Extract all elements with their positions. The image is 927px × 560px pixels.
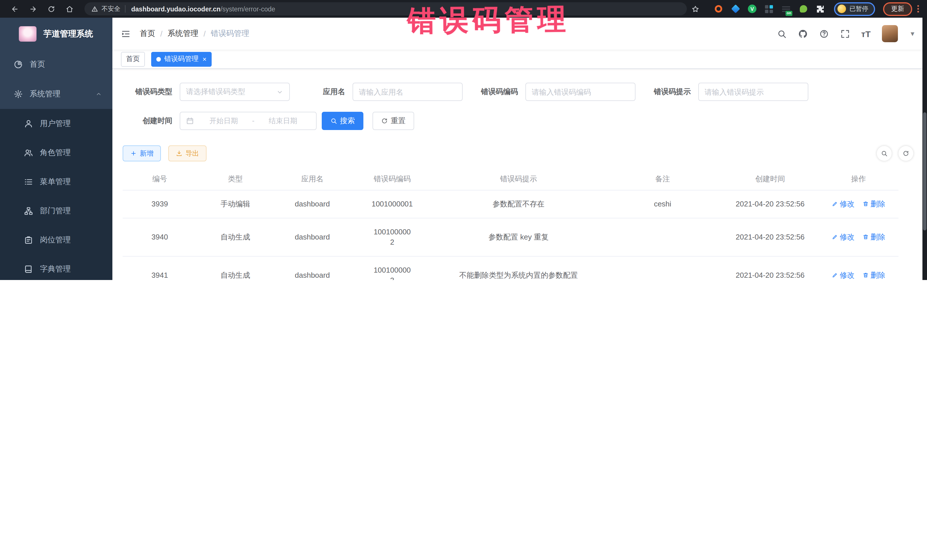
- back-icon[interactable]: [11, 5, 19, 13]
- book-icon: [24, 264, 33, 273]
- col-memo: 备注: [603, 168, 722, 190]
- main-area: 首页 / 系统管理 / 错误码管理 ᴛT ▼ 首页 错误码管理×: [112, 18, 922, 280]
- tab-close-icon[interactable]: ×: [202, 56, 207, 62]
- github-icon[interactable]: [798, 29, 807, 38]
- search-icon: [330, 117, 337, 124]
- user-avatar[interactable]: [882, 25, 898, 42]
- delete-link[interactable]: 删除: [863, 233, 885, 241]
- row-app: dashboard: [274, 190, 351, 218]
- table-header-row: 编号 类型 应用名 错误码编码 错误码提示 备注 创建时间 操作: [123, 168, 898, 190]
- table-row: 3940自动生成dashboard100100000 2参数配置 key 重复2…: [123, 218, 898, 256]
- font-size-icon[interactable]: ᴛT: [861, 29, 871, 38]
- row-code: 100100000 2: [351, 218, 433, 256]
- row-memo: [603, 218, 722, 256]
- tab-home[interactable]: 首页: [121, 52, 145, 67]
- scrollbar-thumb[interactable]: [923, 112, 926, 231]
- hamburger-icon[interactable]: [121, 29, 131, 38]
- date-range-picker[interactable]: 开始日期 - 结束日期: [180, 112, 317, 130]
- trash-icon: [863, 234, 869, 240]
- delete-link[interactable]: 删除: [863, 271, 885, 279]
- col-message: 错误码提示: [433, 168, 603, 190]
- sidebar-item-role[interactable]: 角色管理: [0, 138, 112, 167]
- extension-squares-icon[interactable]: [764, 4, 774, 14]
- sidebar-item-label: 字典管理: [40, 264, 71, 274]
- extension-orange-ring-icon[interactable]: [714, 4, 723, 14]
- sidebar-item-label: 菜单管理: [40, 176, 71, 187]
- profile-emoji-avatar: [837, 5, 846, 13]
- add-button[interactable]: 新增: [123, 146, 161, 161]
- header-search-icon[interactable]: [777, 29, 786, 38]
- date-end-placeholder: 结束日期: [255, 116, 310, 126]
- browser-toolbar: 不安全 dashboard.yudao.iocoder.cn/system/er…: [0, 0, 927, 18]
- extension-on-badge-icon[interactable]: on: [781, 4, 791, 14]
- filter-date-label: 创建时间: [135, 116, 172, 126]
- address-bar[interactable]: 不安全 dashboard.yudao.iocoder.cn/system/er…: [84, 2, 687, 15]
- sidebar-item-label: 首页: [30, 59, 45, 70]
- reload-icon[interactable]: [47, 5, 55, 13]
- search-button[interactable]: 搜索: [322, 112, 363, 130]
- sidebar-item-label: 岗位管理: [40, 235, 71, 245]
- pie-icon: [14, 60, 23, 69]
- row-app: dashboard: [274, 218, 351, 256]
- breadcrumb-home[interactable]: 首页: [140, 29, 155, 39]
- fullscreen-icon[interactable]: [840, 29, 850, 38]
- extension-green-check-icon[interactable]: V: [748, 5, 757, 13]
- extensions-puzzle-icon[interactable]: [816, 4, 825, 14]
- sidebar-submenu: 用户管理角色管理菜单管理部门管理岗位管理字典管理通知公告审计日志在线用户短信管理…: [0, 109, 112, 280]
- toggle-search-button[interactable]: [877, 146, 892, 161]
- user-icon: [24, 119, 33, 128]
- forward-icon[interactable]: [29, 5, 37, 13]
- row-id: 3939: [123, 190, 197, 218]
- tab-error-code[interactable]: 错误码管理×: [151, 52, 212, 67]
- avatar-caret-down-icon[interactable]: ▼: [909, 30, 916, 37]
- extension-green-key-icon[interactable]: [799, 4, 808, 14]
- sidebar-item-dept[interactable]: 部门管理: [0, 196, 112, 225]
- refresh-table-button[interactable]: [898, 146, 913, 161]
- edit-link[interactable]: 修改: [832, 200, 854, 208]
- sidebar-item-user[interactable]: 用户管理: [0, 109, 112, 138]
- delete-link[interactable]: 删除: [863, 200, 885, 208]
- row-message: 不能删除类型为系统内置的参数配置: [433, 256, 603, 280]
- sidebar-item-label: 角色管理: [40, 147, 71, 158]
- row-type: 自动生成: [197, 256, 274, 280]
- sidebar-menu: 首页系统管理用户管理角色管理菜单管理部门管理岗位管理字典管理通知公告审计日志在线…: [0, 50, 112, 280]
- edit-link[interactable]: 修改: [832, 233, 854, 241]
- pencil-icon: [832, 234, 838, 240]
- row-id: 3941: [123, 256, 197, 280]
- row-type: 自动生成: [197, 218, 274, 256]
- table-row: 3939手动编辑dashboard1001000001参数配置不存在ceshi2…: [123, 190, 898, 218]
- sidebar-item-home[interactable]: 首页: [0, 50, 112, 79]
- browser-menu-icon[interactable]: [917, 5, 919, 12]
- breadcrumb-system[interactable]: 系统管理: [168, 29, 199, 39]
- home-icon[interactable]: [65, 5, 74, 13]
- bookmark-star-icon[interactable]: [691, 5, 699, 13]
- sidebar-item-dict[interactable]: 字典管理: [0, 254, 112, 280]
- sidebar-item-menu[interactable]: 菜单管理: [0, 167, 112, 196]
- extension-blue-gem-icon[interactable]: [731, 4, 740, 14]
- url-path: /system/error-code: [220, 5, 275, 12]
- sidebar-item-system[interactable]: 系统管理: [0, 79, 112, 109]
- export-button[interactable]: 导出: [168, 146, 207, 161]
- col-app: 应用名: [274, 168, 351, 190]
- app-name-input[interactable]: [353, 83, 463, 101]
- help-icon[interactable]: [819, 29, 828, 38]
- sidebar: 芋道管理系统 首页系统管理用户管理角色管理菜单管理部门管理岗位管理字典管理通知公…: [0, 18, 112, 280]
- download-icon: [176, 150, 182, 157]
- row-actions: 修改删除: [819, 218, 898, 256]
- page-scrollbar[interactable]: [922, 18, 927, 280]
- error-type-select[interactable]: 请选择错误码类型: [180, 83, 290, 101]
- sidebar-item-post[interactable]: 岗位管理: [0, 225, 112, 254]
- browser-profile-chip[interactable]: 已暂停: [834, 2, 875, 16]
- filter-app-label: 应用名: [307, 87, 345, 97]
- browser-update-button[interactable]: 更新: [883, 2, 912, 16]
- error-code-input[interactable]: [526, 83, 635, 101]
- col-actions: 操作: [819, 168, 898, 190]
- error-msg-input[interactable]: [698, 83, 808, 101]
- plus-icon: [130, 150, 137, 157]
- pencil-icon: [832, 201, 838, 207]
- profile-chip-label: 已暂停: [849, 5, 868, 13]
- reset-button[interactable]: 重置: [372, 112, 414, 130]
- trash-icon: [863, 272, 869, 279]
- edit-link[interactable]: 修改: [832, 271, 854, 279]
- gear-icon: [14, 90, 23, 99]
